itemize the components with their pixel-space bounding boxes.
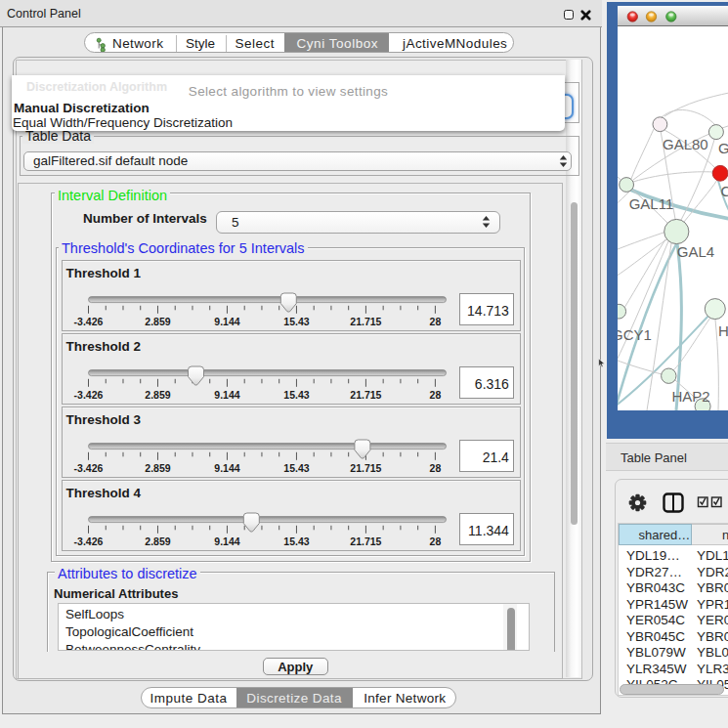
svg-text:GAL80: GAL80: [663, 136, 708, 152]
svg-text:21.715: 21.715: [350, 316, 381, 327]
svg-text:21.715: 21.715: [350, 462, 381, 474]
svg-text:28: 28: [429, 389, 441, 401]
svg-text:2.859: 2.859: [145, 462, 170, 474]
svg-text:-3.426: -3.426: [73, 462, 103, 474]
svg-text:9.144: 9.144: [214, 316, 239, 327]
svg-text:9.144: 9.144: [214, 462, 239, 474]
svg-text:2.859: 2.859: [145, 535, 170, 547]
svg-text:15.43: 15.43: [283, 462, 309, 474]
svg-text:28: 28: [429, 316, 441, 327]
svg-text:-3.426: -3.426: [73, 389, 103, 401]
svg-text:HAP2: HAP2: [672, 388, 710, 405]
svg-text:15.43: 15.43: [283, 316, 309, 327]
svg-text:9.144: 9.144: [214, 389, 239, 401]
svg-text:GAL7: GAL7: [718, 140, 728, 156]
svg-text:21.715: 21.715: [350, 535, 381, 547]
svg-text:GAL4: GAL4: [677, 243, 714, 260]
svg-text:28: 28: [429, 535, 441, 547]
svg-text:CYB: CYB: [721, 183, 728, 199]
svg-text:28: 28: [429, 462, 441, 474]
svg-text:GAL11: GAL11: [629, 195, 674, 212]
svg-text:GCY1: GCY1: [618, 326, 652, 343]
svg-text:2.859: 2.859: [145, 316, 170, 327]
svg-text:9.144: 9.144: [214, 535, 239, 547]
svg-text:15.43: 15.43: [283, 535, 309, 547]
svg-text:15.43: 15.43: [283, 389, 309, 401]
svg-text:-3.426: -3.426: [73, 535, 103, 547]
svg-text:21.715: 21.715: [350, 389, 381, 401]
svg-text:HIS: HIS: [718, 322, 728, 339]
svg-text:-3.426: -3.426: [73, 316, 103, 327]
svg-text:2.859: 2.859: [145, 389, 170, 401]
